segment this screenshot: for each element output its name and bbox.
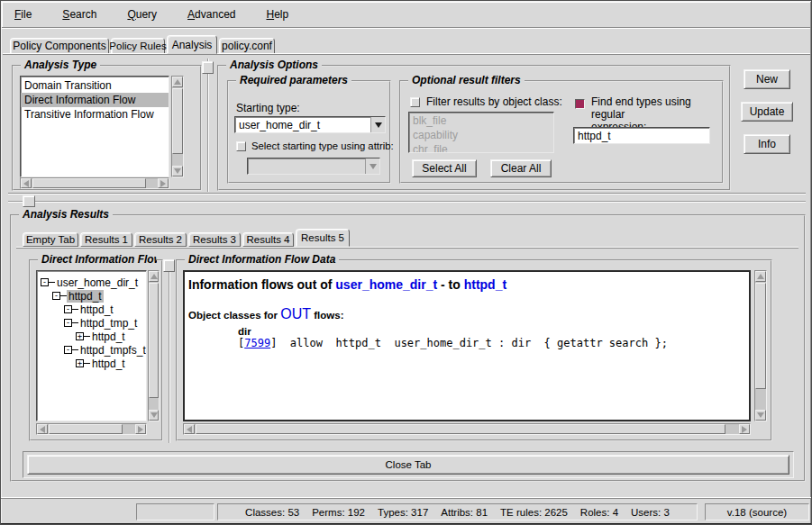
tab-analysis[interactable]: Analysis [167,35,217,54]
scroll-left-icon[interactable] [21,178,32,188]
scroll-down-icon[interactable] [755,410,766,421]
object-class-item: chr_file [409,142,553,153]
list-item-domain-transition[interactable]: Domain Transition [21,78,169,93]
tree-connector [72,322,78,323]
scroll-left-icon[interactable] [37,424,48,434]
filter-by-class-checkbox[interactable] [410,97,420,107]
flow-data-vscrollbar[interactable] [754,270,767,421]
optional-filters-groupbox: Optional result filters Filter results b… [399,80,724,184]
attrib-combobox-value [248,158,365,174]
attrib-checkbox-row[interactable]: Select starting type using attrib: [236,140,394,151]
object-class-listbox: blk_file capability chr_file [408,112,554,153]
tree-node[interactable]: -httpd_tmp_t [39,316,146,330]
menu-advanced[interactable]: Advanced [184,6,239,23]
tab-results-3[interactable]: Results 3 [188,232,241,247]
pane-bottom-edge [8,193,806,195]
regex-input[interactable]: httpd_t [573,127,710,144]
scroll-right-icon[interactable] [135,424,146,434]
sash-handle[interactable] [202,61,214,74]
scrollbar-thumb[interactable] [755,283,766,389]
scroll-down-icon[interactable] [172,166,183,177]
flow-tree[interactable]: -user_home_dir_t -httpd_t -httpd_t -http… [36,270,147,421]
list-item-direct-information-flow[interactable]: Direct Information Flow [21,93,169,107]
update-button[interactable]: Update [741,102,793,122]
required-parameters-groupbox: Required parameters Starting type: user_… [227,80,391,184]
analysis-type-vscrollbar[interactable] [171,76,184,177]
collapse-icon[interactable]: - [52,292,60,300]
attrib-checkbox[interactable] [236,141,246,151]
results-page-edge [16,247,798,249]
expand-icon[interactable]: + [76,332,84,340]
sash-handle[interactable] [23,195,35,207]
scroll-up-icon[interactable] [755,271,766,282]
analysis-results-groupbox: Analysis Results Empty Tab Results 1 Res… [10,214,806,482]
scrollbar-thumb[interactable] [32,178,146,188]
stat-classes: Classes: 53 [245,507,299,518]
tree-node[interactable]: +httpd_t [39,357,146,370]
scrollbar-thumb[interactable] [149,283,159,398]
chevron-down-icon[interactable] [370,117,385,132]
results-vertical-sash[interactable] [169,259,170,443]
stat-roles: Roles: 4 [580,507,618,518]
info-button[interactable]: Info [744,134,790,154]
rule-line: [7599] allow httpd_t user_home_dir_t : d… [188,337,745,349]
scroll-down-icon[interactable] [149,410,159,421]
scroll-up-icon[interactable] [149,271,159,282]
filter-by-class-row[interactable]: Filter results by object class: [410,95,562,108]
tab-policy-conf[interactable]: policy.conf [219,38,275,54]
menu-help[interactable]: Help [262,6,292,23]
list-item-transitive-information-flow[interactable]: Transitive Information Flow [21,107,169,122]
menu-query[interactable]: Query [123,6,160,23]
tab-empty-tab[interactable]: Empty Tab [23,232,78,247]
scroll-up-icon[interactable] [172,77,183,87]
tree-node[interactable]: -user_home_dir_t [39,276,146,289]
flow-heading: Information flows out of user_home_dir_t… [188,277,745,292]
tab-results-5[interactable]: Results 5 [296,229,350,247]
flow-tree-hscrollbar[interactable] [36,423,147,435]
tree-node[interactable]: -httpd_t [39,289,146,303]
clear-all-button[interactable]: Clear All [490,159,552,177]
scrollbar-thumb[interactable] [196,424,725,434]
flow-data-hscrollbar[interactable] [183,423,751,435]
required-parameters-title: Required parameters [236,74,351,86]
expand-icon[interactable]: + [76,359,84,367]
flow-tree-vscrollbar[interactable] [148,270,160,421]
collapse-icon[interactable]: - [41,278,49,286]
menu-file[interactable]: File [11,6,35,23]
flow-tree-groupbox: Direct Information Flow T -user_home_dir… [29,259,163,441]
status-stats-box: Classes: 53 Perms: 192 Types: 317 Attrib… [217,503,698,520]
analysis-type-hscrollbar[interactable] [20,177,169,189]
new-button[interactable]: New [744,69,790,89]
scroll-right-icon[interactable] [739,424,750,434]
sash-handle[interactable] [163,259,175,272]
scroll-left-icon[interactable] [184,424,195,434]
flow-subheading: Object classes for OUT flows: [188,306,745,322]
scrollbar-thumb[interactable] [49,424,123,434]
collapse-icon[interactable]: - [64,346,72,354]
menu-search[interactable]: Search [59,6,100,23]
select-all-button[interactable]: Select All [412,159,477,177]
regex-checkbox[interactable] [575,99,585,109]
horizontal-sash[interactable] [8,201,806,203]
rule-number-link[interactable]: 7599 [244,337,270,349]
tab-results-1[interactable]: Results 1 [80,232,132,247]
tab-policy-components[interactable]: Policy Components [10,38,109,54]
tab-results-4[interactable]: Results 4 [242,232,294,247]
analysis-type-listbox[interactable]: Domain Transition Direct Information Flo… [20,76,169,177]
flow-data-textarea[interactable]: Information flows out of user_home_dir_t… [183,270,751,421]
tree-node[interactable]: +httpd_t [39,330,146,343]
tab-policy-rules[interactable]: Policy Rules [111,38,165,54]
collapse-icon[interactable]: - [64,319,72,327]
scrollbar-thumb[interactable] [172,88,183,154]
starting-type-combobox[interactable]: user_home_dir_t [234,116,386,133]
stat-te-rules: TE rules: 2625 [500,507,568,518]
collapse-icon[interactable]: - [64,305,72,313]
scroll-right-icon[interactable] [158,178,169,188]
attrib-checkbox-label: Select starting type using attrib: [251,140,394,151]
tree-node[interactable]: -httpd_t [39,303,146,316]
close-tab-button[interactable]: Close Tab [27,455,789,475]
tree-node[interactable]: -httpd_tmpfs_t [39,343,146,357]
vertical-sash[interactable] [207,59,209,192]
tab-results-2[interactable]: Results 2 [134,232,187,247]
attrib-combobox [247,158,380,175]
